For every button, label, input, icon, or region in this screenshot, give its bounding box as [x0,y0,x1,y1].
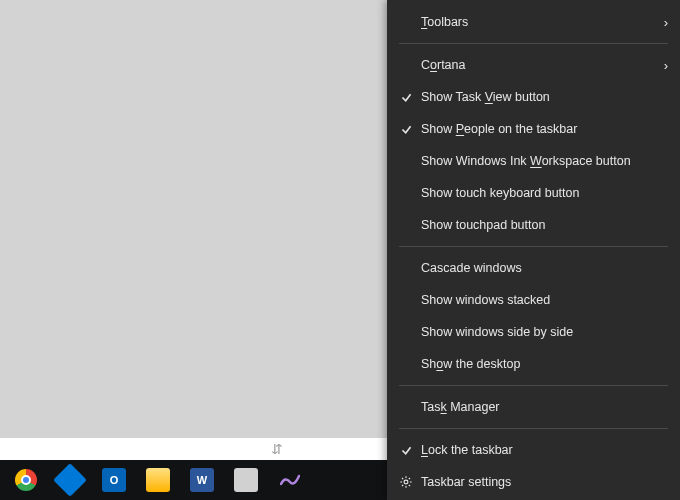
taskbar-app-paint[interactable] [224,460,268,500]
chrome-icon [14,468,38,492]
chevron-right-icon: › [652,15,668,30]
taskbar-context-menu: Toolbars›Cortana›Show Task View buttonSh… [387,0,680,500]
menu-item-label: Cortana [417,58,652,72]
gear-icon [395,475,417,489]
menu-separator [399,246,668,247]
menu-item-label: Show People on the taskbar [417,122,652,136]
menu-item-taskbar-settings[interactable]: Taskbar settings [387,466,680,498]
menu-item-label: Show windows side by side [417,325,652,339]
vscode-icon [53,463,87,497]
menu-item-show-windows-stacked[interactable]: Show windows stacked [387,284,680,316]
chevron-right-icon: › [652,58,668,73]
menu-item-label: Show the desktop [417,357,652,371]
menu-item-label: Show touch keyboard button [417,186,652,200]
menu-item-label: Taskbar settings [417,475,652,489]
menu-item-show-windows-ink-workspace-button[interactable]: Show Windows Ink Workspace button [387,145,680,177]
menu-separator [399,43,668,44]
taskbar-app-explorer[interactable] [136,460,180,500]
menu-item-lock-the-taskbar[interactable]: Lock the taskbar [387,434,680,466]
menu-item-label: Show Task View button [417,90,652,104]
word-icon: W [190,468,214,492]
menu-item-show-people-on-the-taskbar[interactable]: Show People on the taskbar [387,113,680,145]
menu-item-show-the-desktop[interactable]: Show the desktop [387,348,680,380]
menu-item-cascade-windows[interactable]: Cascade windows [387,252,680,284]
menu-item-show-touchpad-button[interactable]: Show touchpad button [387,209,680,241]
menu-separator [399,385,668,386]
menu-item-toolbars[interactable]: Toolbars› [387,6,680,38]
check-icon [395,123,417,136]
taskbar-app-outlook[interactable]: O [92,460,136,500]
menu-item-label: Cascade windows [417,261,652,275]
taskbar-app-vscode[interactable] [48,460,92,500]
menu-item-label: Show Windows Ink Workspace button [417,154,652,168]
check-icon [395,444,417,457]
menu-item-label: Task Manager [417,400,652,414]
onenote-icon [278,468,302,492]
paint-icon [234,468,258,492]
menu-item-cortana[interactable]: Cortana› [387,49,680,81]
taskbar-app-onenote[interactable] [268,460,312,500]
taskbar-app-chrome[interactable] [4,460,48,500]
check-icon [395,91,417,104]
taskbar-app-word[interactable]: W [180,460,224,500]
menu-item-label: Show touchpad button [417,218,652,232]
menu-item-show-touch-keyboard-button[interactable]: Show touch keyboard button [387,177,680,209]
explorer-icon [146,468,170,492]
menu-separator [399,428,668,429]
menu-item-show-task-view-button[interactable]: Show Task View button [387,81,680,113]
menu-item-show-windows-side-by-side[interactable]: Show windows side by side [387,316,680,348]
outlook-icon: O [102,468,126,492]
network-transfer-icon: ⇵ [268,440,286,458]
menu-item-label: Toolbars [417,15,652,29]
menu-item-label: Lock the taskbar [417,443,652,457]
menu-item-label: Show windows stacked [417,293,652,307]
svg-point-0 [404,480,408,484]
menu-item-task-manager[interactable]: Task Manager [387,391,680,423]
